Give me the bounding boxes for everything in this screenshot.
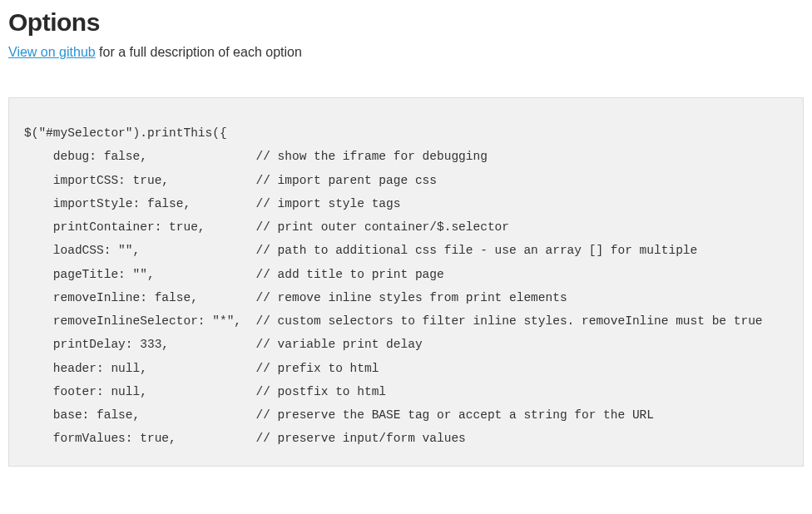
- subtitle-text: for a full description of each option: [96, 45, 302, 59]
- subtitle: View on github for a full description of…: [8, 45, 804, 60]
- github-link[interactable]: View on github: [8, 45, 96, 59]
- code-block: $("#mySelector").printThis({ debug: fals…: [8, 97, 804, 467]
- section-heading: Options: [8, 8, 804, 37]
